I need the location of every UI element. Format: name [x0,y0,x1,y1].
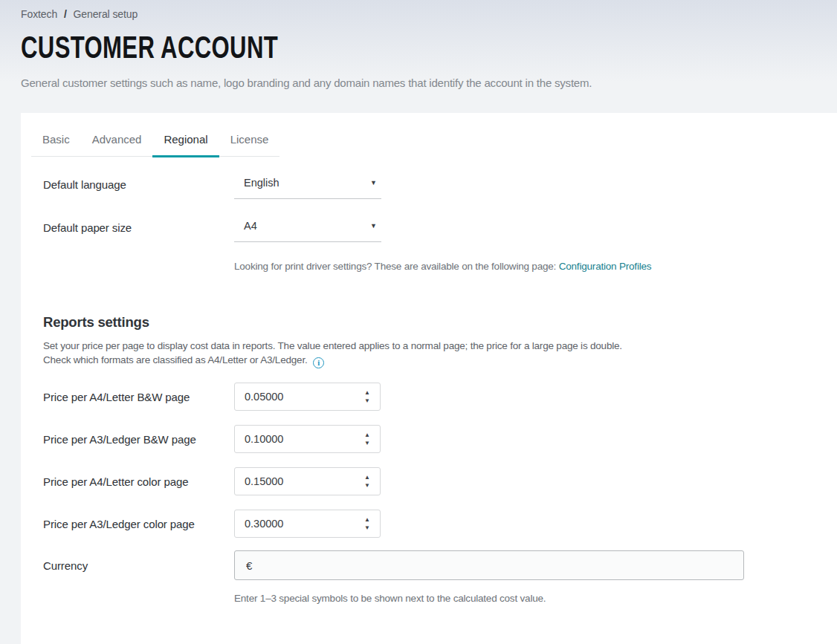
price-a3-bw-spinner: ▲ ▼ [362,426,372,452]
price-a3-bw-input[interactable] [235,433,346,445]
price-a4-bw-input[interactable] [235,391,346,403]
reports-settings-description: Set your price per page to display cost … [43,339,622,368]
default-language-select[interactable]: English ▼ [234,177,381,199]
chevron-down-icon: ▼ [370,177,377,186]
price-a3-color-spinner: ▲ ▼ [362,510,372,537]
chevron-down-icon: ▼ [370,220,377,230]
tab-regional[interactable]: Regional [152,125,219,157]
price-a3-bw-row: Price per A3/Ledger B&W page ▲ ▼ [43,425,381,453]
default-paper-size-value: A4 [244,220,257,232]
currency-input[interactable] [235,551,743,579]
price-a4-bw-field: ▲ ▼ [234,383,381,411]
price-a4-color-row: Price per A4/Letter color page ▲ ▼ [43,467,381,495]
breadcrumb: Foxtech / General setup [21,8,138,20]
breadcrumb-item-foxtech[interactable]: Foxtech [21,8,57,20]
default-language-label: Default language [43,177,234,191]
price-a3-bw-field: ▲ ▼ [234,425,381,453]
spinner-up-icon[interactable]: ▲ [362,475,372,481]
price-a4-color-field: ▲ ▼ [234,467,381,495]
tab-bar: Basic Advanced Regional License [31,125,279,157]
price-a4-bw-label: Price per A4/Letter B&W page [43,391,234,403]
page-subtitle: General customer settings such as name, … [21,77,592,89]
settings-panel: Basic Advanced Regional License Default … [21,113,837,644]
price-a4-bw-row: Price per A4/Letter B&W page ▲ ▼ [43,383,381,411]
price-a4-bw-spinner: ▲ ▼ [362,383,372,410]
page-title: CUSTOMER ACCOUNT [21,30,278,65]
currency-field [234,550,744,580]
tab-advanced[interactable]: Advanced [81,125,153,157]
default-paper-size-select[interactable]: A4 ▼ [234,220,381,242]
breadcrumb-item-general-setup[interactable]: General setup [74,8,138,20]
reports-description-line2: Check which formats are classified as A4… [43,354,308,365]
spinner-down-icon[interactable]: ▼ [362,398,372,404]
spinner-down-icon[interactable]: ▼ [362,483,372,489]
price-a3-color-input[interactable] [235,518,346,530]
tab-license[interactable]: License [219,125,280,157]
price-a4-color-label: Price per A4/Letter color page [43,475,234,488]
spinner-down-icon[interactable]: ▼ [362,440,372,446]
configuration-profiles-link[interactable]: Configuration Profiles [559,261,652,272]
currency-label: Currency [43,559,234,572]
price-a3-bw-label: Price per A3/Ledger B&W page [43,433,234,446]
price-a3-color-row: Price per A3/Ledger color page ▲ ▼ [43,510,381,538]
reports-settings-title: Reports settings [43,314,149,331]
default-paper-size-label: Default paper size [43,220,234,234]
tab-basic[interactable]: Basic [31,125,81,157]
price-a3-color-field: ▲ ▼ [234,510,381,538]
spinner-down-icon[interactable]: ▼ [362,525,372,531]
default-paper-size-row: Default paper size A4 ▼ [43,220,381,242]
print-driver-note-text: Looking for print driver settings? These… [234,261,556,272]
price-a3-color-label: Price per A3/Ledger color page [43,518,234,530]
currency-helper-text: Enter 1–3 special symbols to be shown ne… [234,593,546,604]
print-driver-note: Looking for print driver settings? These… [234,261,651,272]
reports-description-line1: Set your price per page to display cost … [43,340,622,351]
default-language-value: English [244,177,279,189]
spinner-up-icon[interactable]: ▲ [362,390,372,396]
currency-row: Currency [43,550,744,580]
breadcrumb-separator: / [64,8,67,20]
default-language-row: Default language English ▼ [43,177,381,199]
price-a4-color-input[interactable] [235,475,346,487]
info-icon[interactable]: i [313,357,324,368]
spinner-up-icon[interactable]: ▲ [362,517,372,523]
price-a4-color-spinner: ▲ ▼ [362,468,372,495]
spinner-up-icon[interactable]: ▲ [362,432,372,438]
